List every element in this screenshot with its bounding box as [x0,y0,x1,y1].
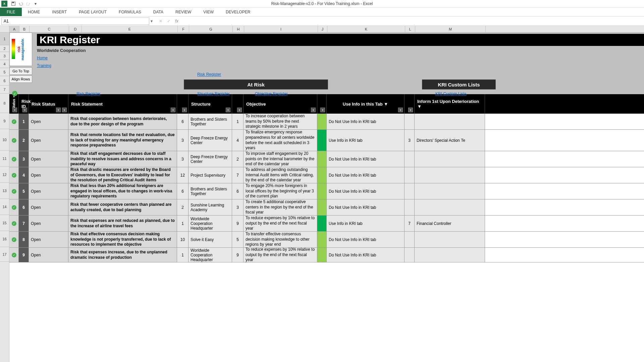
obj-num-cell: 2 [232,151,244,167]
table-row[interactable]: ✓9OpenRisk that expenses increase, due t… [9,248,644,262]
row-header[interactable]: 16 [0,231,9,247]
redo-icon[interactable] [25,0,32,7]
column-header[interactable]: G [189,26,233,32]
formula-input[interactable] [183,17,644,25]
row-header[interactable]: 13 [0,183,9,199]
filter-icon[interactable]: ▾ [311,108,316,112]
column-header[interactable]: K [327,26,405,32]
thdr-risk-statement[interactable]: Risk Statement▾ [68,94,177,114]
column-header[interactable]: F [178,26,189,32]
row-header[interactable]: 9 [0,113,9,129]
column-header[interactable]: L [405,26,415,32]
go-to-top-button[interactable]: Go To Top [9,67,32,75]
status-cell: ✓ [9,232,19,247]
row-header[interactable]: 1 [0,33,9,45]
tab-page-layout[interactable]: PAGE LAYOUT [73,8,113,16]
tab-review[interactable]: REVIEW [169,8,197,16]
excel-icon: X [1,1,7,7]
filter-icon[interactable]: ▾ [237,108,242,112]
filter-icon[interactable]: ▾ [320,108,325,112]
tab-file[interactable]: FILE [0,8,22,16]
thdr-use-info[interactable]: Use Info in this Tab ▼▾ [327,94,405,114]
thdr-structure[interactable]: Structure▾ [189,94,232,114]
row-header[interactable]: 4 [0,60,9,68]
risk-id-cell: 8 [19,232,29,247]
column-header[interactable]: D [69,26,82,32]
table-row[interactable]: ✓5OpenRisk that less than 20% additional… [9,183,644,199]
column-header[interactable]: H [233,26,244,32]
row-header[interactable]: 3 [0,52,9,60]
tab-formulas[interactable]: FORMULAS [113,8,147,16]
thdr-objective[interactable]: Objective▾ [244,94,317,114]
filter-icon[interactable]: ▾ [408,108,413,112]
risk-statement-cell: Risk that expenses increase, due to the … [68,248,177,262]
column-header[interactable]: C [30,26,69,32]
filter-icon[interactable]: ▾ [398,108,403,112]
link-training[interactable]: Training [37,63,51,68]
tab-developer[interactable]: DEVELOPER [220,8,256,16]
use-info-cell: Do Not Use Info in KRI tab [327,183,405,199]
filter-icon[interactable]: ▾ [12,108,17,112]
tab-home[interactable]: HOME [22,8,46,16]
thdr-obj-num[interactable]: ▾ [232,94,244,114]
thdr-inform-num[interactable]: ▾ [405,94,415,114]
row-header[interactable]: 6 [0,76,9,85]
filter-icon[interactable]: ▾ [62,108,67,112]
row-header[interactable]: 17 [0,247,9,262]
column-header[interactable]: E [82,26,178,32]
table-row[interactable]: ✓3OpenRisk that staff engagement decreas… [9,151,644,167]
filter-icon[interactable]: ▾ [56,108,61,112]
thdr-risk-status[interactable]: Risk Status▾▾ [29,94,68,114]
table-row[interactable]: ✓8OpenRisk that effective consensus deci… [9,232,644,248]
tab-data[interactable]: DATA [147,8,169,16]
column-header[interactable]: M [415,26,486,32]
filter-icon[interactable]: ▾ [182,108,187,112]
column-header[interactable]: B [19,26,30,32]
use-info-cell: Use Info in KRI tab [327,216,405,231]
row-header[interactable]: 8 [0,94,9,113]
undo-icon[interactable] [17,0,24,7]
table-row[interactable]: ✓6OpenRisk that fewer cooperative center… [9,199,644,216]
name-box-dropdown-icon[interactable]: ▾ [149,18,154,24]
row-header[interactable]: 12 [0,167,9,183]
row-header[interactable]: 11 [0,150,9,167]
link-risk-register-top[interactable]: Risk Register [197,72,221,77]
column-header[interactable]: J [318,26,327,32]
table-row[interactable]: ✓7OpenRisk that expenses are not reduced… [9,216,644,232]
table-row[interactable]: ✓1OpenRisk that cooperation between team… [9,114,644,130]
thdr-inform[interactable]: Inform 1st Upon Deterioration ▼ [415,94,485,114]
enter-icon[interactable]: ✓ [166,19,172,23]
filter-icon[interactable]: ▾ [226,108,230,112]
table-row[interactable]: ✓4OpenRisk that drastic measures are ord… [9,167,644,183]
inform-num-cell [405,232,415,247]
row-header[interactable]: 15 [0,215,9,231]
row-header[interactable]: 2 [0,45,9,52]
row-header[interactable]: 10 [0,129,9,150]
thdr-status[interactable]: ▲Status▾ [9,94,19,114]
worksheet[interactable]: risk managenable. KRI Register Worldwide… [9,33,644,362]
struct-num-cell: 1 [177,216,189,231]
link-home[interactable]: Home [37,56,48,60]
row-header[interactable]: 5 [0,68,9,76]
row-header[interactable]: 7 [0,85,9,94]
qat-customize-icon[interactable]: ▾ [32,0,39,7]
column-header[interactable]: I [244,26,318,32]
tab-insert[interactable]: INSERT [46,8,73,16]
align-rows-button[interactable]: Align Rows [9,75,32,83]
filter-icon[interactable]: ▾ [22,108,27,112]
save-icon[interactable] [10,0,17,7]
cancel-icon[interactable]: ✕ [158,19,164,23]
thdr-struct-num[interactable]: ▾ [177,94,189,114]
select-all-corner[interactable] [0,26,9,32]
fx-icon[interactable]: fx [174,19,180,23]
thdr-risk-id[interactable]: Risk ID▾ [19,94,29,114]
thdr-indicator[interactable]: ▾ [317,94,327,114]
filter-icon[interactable]: ▾ [171,108,175,112]
table-row[interactable]: ✓2OpenRisk that remote locations fail th… [9,130,644,151]
risk-statement-cell: Risk that remote locations fail the next… [68,130,177,151]
column-header[interactable]: A [9,26,19,32]
tab-view[interactable]: VIEW [197,8,220,16]
risk-statement-cell: Risk that staff engagement decreases due… [68,151,177,167]
row-header[interactable]: 14 [0,199,9,215]
name-box[interactable]: A1 [1,17,149,25]
